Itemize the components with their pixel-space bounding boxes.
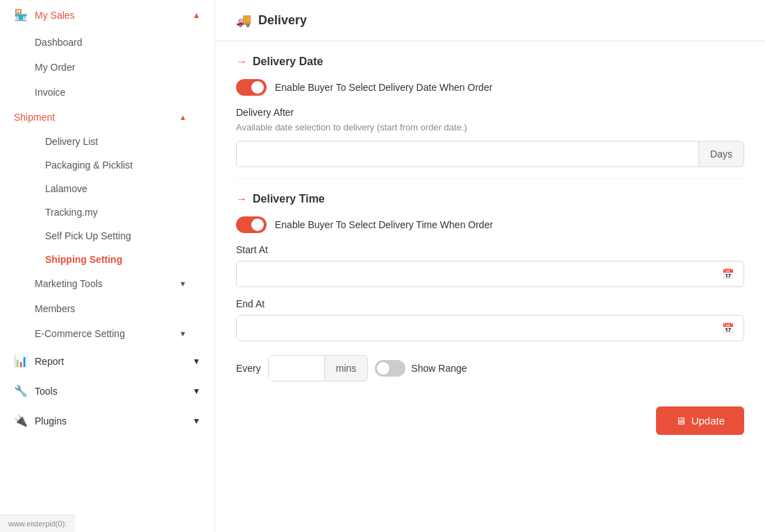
chevron-up-icon: ▲ <box>192 10 201 20</box>
sidebar-item-invoice[interactable]: Invoice <box>0 80 215 105</box>
delivery-after-label: Delivery After <box>236 107 744 118</box>
sidebar-item-my-sales[interactable]: 🏪 My Sales ▲ <box>0 0 215 30</box>
every-input[interactable]: 60 <box>269 356 324 381</box>
sidebar-item-self-pick-up-setting[interactable]: Self Pick Up Setting <box>0 224 215 248</box>
start-at-input[interactable]: 10:00:am <box>237 261 712 286</box>
calendar-icon-2[interactable]: 📅 <box>712 316 743 341</box>
chevron-up-icon: ▲ <box>179 113 187 121</box>
every-label: Every <box>236 363 261 374</box>
show-range-label: Show Range <box>411 363 466 374</box>
sidebar-item-members[interactable]: Members <box>0 296 215 321</box>
sidebar-item-my-order[interactable]: My Order <box>0 55 215 80</box>
delivery-after-input-group: 3 Days <box>236 141 744 167</box>
sidebar-item-packaging-picklist[interactable]: Packaging & Picklist <box>0 153 215 177</box>
plugins-icon: 🔌 <box>14 414 28 427</box>
sidebar-item-dashboard[interactable]: Dashboard <box>0 30 215 55</box>
sidebar-item-lalamove[interactable]: Lalamove <box>0 177 215 200</box>
chevron-down-icon: ▼ <box>179 280 187 288</box>
sidebar-item-ecommerce-setting[interactable]: E-Commerce Setting ▼ <box>0 321 215 346</box>
delivery-date-toggle[interactable] <box>236 79 267 96</box>
arrow-icon: → <box>236 55 247 68</box>
delivery-time-toggle[interactable] <box>236 216 267 233</box>
delivery-after-sublabel: Available date selection to delivery (st… <box>236 122 744 132</box>
every-input-group: 60 mins <box>268 355 369 381</box>
delivery-after-unit: Days <box>698 141 743 166</box>
delivery-time-title-row: → Delivery Time <box>236 193 744 205</box>
delivery-date-toggle-label: Enable Buyer To Select Delivery Date Whe… <box>275 82 492 93</box>
update-icon: 🖥 <box>675 415 686 427</box>
main-content: 🚚 Delivery → Delivery Date Enable Buyer … <box>215 0 765 532</box>
delivery-time-toggle-label: Enable Buyer To Select Delivery Time Whe… <box>275 219 493 230</box>
delivery-title: Delivery <box>258 13 307 28</box>
sidebar-item-delivery-list[interactable]: Delivery List <box>0 130 215 153</box>
end-at-input[interactable]: 18:00:pm <box>237 316 712 341</box>
chevron-down-icon: ▼ <box>179 329 187 338</box>
sidebar-item-tools[interactable]: 🔧 Tools ▼ <box>0 376 215 406</box>
chevron-down-icon: ▼ <box>192 386 201 396</box>
update-row: 🖥 Update <box>215 393 765 456</box>
arrow-icon-2: → <box>236 193 247 205</box>
tools-icon: 🔧 <box>14 384 28 397</box>
show-range-switch[interactable] <box>375 360 405 377</box>
sidebar-item-report[interactable]: 📊 Report ▼ <box>0 346 215 376</box>
calendar-icon[interactable]: 📅 <box>712 261 743 286</box>
sidebar-item-marketing-tools[interactable]: Marketing Tools ▼ <box>0 271 215 296</box>
every-row: Every 60 mins Show Range <box>236 355 744 381</box>
sidebar: 🏪 My Sales ▲ Dashboard My Order Invoice … <box>0 0 215 532</box>
start-at-input-wrap: 10:00:am 📅 <box>236 261 744 287</box>
start-at-label: Start At <box>236 244 744 255</box>
show-range-toggle: Show Range <box>375 360 466 377</box>
delivery-after-input[interactable]: 3 <box>237 141 698 166</box>
sidebar-item-tracking-my[interactable]: Tracking.my <box>0 200 215 224</box>
delivery-date-toggle-row: Enable Buyer To Select Delivery Date Whe… <box>236 79 744 96</box>
sidebar-item-plugins[interactable]: 🔌 Plugins ▼ <box>0 406 215 436</box>
delivery-time-title: Delivery Time <box>253 193 325 205</box>
every-unit: mins <box>324 356 368 381</box>
delivery-time-toggle-row: Enable Buyer To Select Delivery Time Whe… <box>236 216 744 233</box>
end-at-label: End At <box>236 298 744 309</box>
delivery-header: 🚚 Delivery <box>215 0 765 41</box>
chevron-down-icon: ▼ <box>192 416 201 426</box>
sidebar-item-shipment[interactable]: Shipment ▲ <box>0 105 215 130</box>
update-button[interactable]: 🖥 Update <box>656 406 744 435</box>
delivery-date-title-row: → Delivery Date <box>236 55 744 68</box>
truck-icon: 🚚 <box>236 12 251 28</box>
store-icon: 🏪 <box>14 8 28 22</box>
report-icon: 📊 <box>14 354 28 368</box>
url-bar: www.eisterpid(0): <box>0 515 75 532</box>
end-at-input-wrap: 18:00:pm 📅 <box>236 315 744 341</box>
chevron-down-icon: ▼ <box>192 357 201 366</box>
delivery-date-section: → Delivery Date Enable Buyer To Select D… <box>215 42 765 178</box>
delivery-date-title: Delivery Date <box>253 55 323 68</box>
delivery-time-section: → Delivery Time Enable Buyer To Select D… <box>215 179 765 393</box>
sidebar-item-shipping-setting[interactable]: Shipping Setting <box>0 248 215 271</box>
